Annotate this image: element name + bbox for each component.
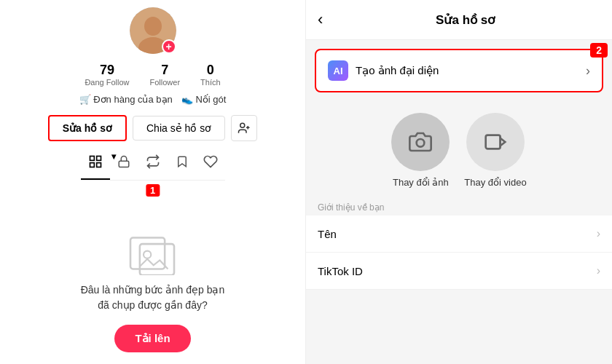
sua-ho-so-button[interactable]: Sửa hồ sơ bbox=[48, 115, 127, 141]
change-video-label: Thay đổi video bbox=[464, 177, 526, 188]
photo-video-row: Thay đổi ảnh Thay đổi video bbox=[306, 98, 612, 195]
action-row: 🛒 Đơn hàng của bạn 👟 Nối gót bbox=[79, 94, 227, 105]
chia-se-ho-so-button[interactable]: Chia sẻ hồ sơ bbox=[133, 116, 225, 141]
empty-image-icon bbox=[127, 232, 178, 275]
tiktok-id-row[interactable]: TikTok ID › bbox=[306, 253, 612, 290]
change-photo-label: Thay đổi ảnh bbox=[393, 177, 449, 188]
left-panel: + 79 Đang Follow 7 Follower 0 Thích 🛒 Đơ… bbox=[0, 0, 306, 364]
ai-icon: AI bbox=[328, 60, 348, 81]
stat-follower: 7 Follower bbox=[150, 63, 181, 87]
add-user-button[interactable] bbox=[231, 115, 257, 141]
tab-repost[interactable] bbox=[138, 150, 168, 177]
svg-rect-7 bbox=[96, 157, 101, 161]
right-panel: ‹ Sửa hồ sơ AI Tạo ảnh đại diện › 2 Thay… bbox=[306, 0, 612, 364]
tiktok-id-chevron-icon: › bbox=[597, 264, 600, 277]
empty-content: Đâu là những bức ảnh đẹp bạnđã chụp được… bbox=[81, 232, 225, 352]
change-photo-circle[interactable] bbox=[391, 113, 450, 171]
tai-len-button[interactable]: Tải lên bbox=[114, 325, 190, 352]
tab-bookmark[interactable] bbox=[168, 150, 196, 177]
tiktok-id-label: TikTok ID bbox=[318, 265, 597, 277]
stats-row: 79 Đang Follow 7 Follower 0 Thích bbox=[85, 63, 220, 87]
ten-chevron-icon: › bbox=[597, 227, 600, 240]
back-button[interactable]: ‹ bbox=[318, 10, 323, 29]
change-video-option[interactable]: Thay đổi video bbox=[464, 113, 526, 188]
ai-label: Tạo ảnh đại diện bbox=[356, 64, 586, 77]
svg-rect-9 bbox=[96, 163, 101, 167]
svg-rect-8 bbox=[90, 163, 94, 167]
tab-lock[interactable] bbox=[110, 150, 138, 177]
ten-label: Tên bbox=[318, 228, 597, 240]
svg-point-14 bbox=[417, 139, 425, 147]
svg-rect-15 bbox=[486, 135, 501, 149]
svg-point-1 bbox=[144, 17, 162, 36]
empty-text: Đâu là những bức ảnh đẹp bạnđã chụp được… bbox=[81, 282, 225, 313]
stat-dang-follow: 79 Đang Follow bbox=[85, 63, 129, 87]
avatar-plus-button[interactable]: + bbox=[162, 39, 176, 54]
noi-got-button[interactable]: 👟 Nối gót bbox=[181, 94, 227, 105]
profile-buttons-row: Sửa hồ sơ Chia sẻ hồ sơ bbox=[48, 115, 258, 141]
right-title: Sửa hồ sơ bbox=[330, 12, 600, 28]
label-1: 1 bbox=[146, 184, 160, 197]
ai-chevron-icon: › bbox=[586, 63, 590, 79]
ai-tao-anh-row[interactable]: AI Tạo ảnh đại diện › 2 bbox=[315, 49, 603, 92]
avatar-area: + bbox=[130, 7, 176, 54]
badge-2: 2 bbox=[590, 43, 608, 58]
svg-rect-12 bbox=[140, 244, 174, 275]
right-header: ‹ Sửa hồ sơ bbox=[306, 0, 612, 40]
svg-point-3 bbox=[240, 123, 245, 127]
svg-rect-11 bbox=[130, 238, 165, 269]
svg-rect-6 bbox=[90, 157, 94, 161]
svg-point-13 bbox=[144, 251, 151, 258]
tab-grid[interactable]: ▾ bbox=[81, 150, 110, 177]
tab-heart[interactable] bbox=[196, 150, 225, 177]
section-label: Giới thiệu về bạn bbox=[306, 195, 612, 215]
stat-thich: 0 Thích bbox=[200, 63, 221, 87]
change-video-circle[interactable] bbox=[466, 113, 525, 171]
ten-row[interactable]: Tên › bbox=[306, 215, 612, 253]
svg-marker-16 bbox=[501, 138, 506, 146]
svg-rect-10 bbox=[119, 161, 129, 167]
tab-row-wrapper: ▾ bbox=[81, 147, 225, 181]
don-hang-button[interactable]: 🛒 Đơn hàng của bạn bbox=[79, 94, 173, 105]
change-photo-option[interactable]: Thay đổi ảnh bbox=[391, 113, 450, 188]
tab-row: ▾ bbox=[81, 147, 225, 181]
